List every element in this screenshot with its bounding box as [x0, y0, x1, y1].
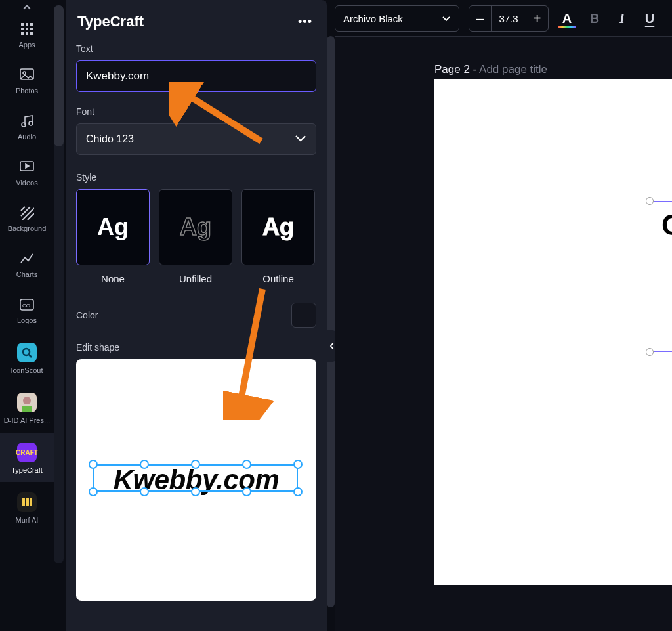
sidebar-item-did[interactable]: D-ID AI Pres...: [0, 383, 54, 432]
font-select-value: Chido 123: [86, 133, 134, 145]
grid-icon: [19, 21, 35, 37]
shape-handle[interactable]: [89, 487, 98, 496]
svg-rect-20: [22, 498, 25, 506]
style-option-outline[interactable]: Ag Outline: [242, 189, 315, 284]
typecraft-icon: CRAFT: [17, 443, 37, 462]
svg-point-16: [23, 349, 30, 355]
text-toolbar: Archivo Black – 37.3 + A B I U: [335, 0, 659, 37]
chevron-down-icon: [442, 13, 451, 24]
canvas-area: Page 2 - Add page title C: [335, 37, 672, 631]
color-swatch[interactable]: [291, 303, 316, 328]
sidebar-item-typecraft[interactable]: CRAFT TypeCraft: [0, 433, 54, 482]
rail-scroll-up[interactable]: [3, 4, 51, 11]
sidebar-item-videos[interactable]: Videos: [0, 150, 54, 194]
typecraft-panel: TypeCraft ••• Text Font Chido 123 Style …: [66, 0, 327, 631]
svg-rect-4: [26, 28, 28, 30]
svg-point-18: [23, 397, 31, 404]
style-option-unfilled[interactable]: Ag Unfilled: [159, 189, 232, 284]
shape-handle[interactable]: [89, 460, 98, 469]
canvas-text-glyph: C: [662, 209, 672, 242]
sidebar-item-label: Photos: [16, 87, 38, 95]
font-label: Font: [76, 106, 316, 117]
svg-rect-1: [26, 23, 28, 26]
svg-rect-19: [22, 406, 32, 412]
font-size-minus[interactable]: –: [469, 6, 492, 31]
logo-icon: CO.: [19, 297, 35, 313]
shape-handle[interactable]: [191, 487, 200, 496]
svg-text:CO.: CO.: [22, 303, 32, 309]
video-icon: [19, 159, 35, 175]
chart-icon: [19, 251, 35, 267]
sidebar-item-label: D-ID AI Pres...: [4, 416, 50, 424]
panel-title: TypeCraft: [77, 13, 144, 30]
toolbar-font-name: Archivo Black: [343, 13, 403, 24]
shape-preview[interactable]: Kwebby.com: [76, 359, 316, 601]
shape-handle[interactable]: [293, 460, 303, 469]
more-button[interactable]: •••: [295, 12, 315, 32]
sidebar-item-audio[interactable]: Audio: [0, 104, 54, 148]
sidebar-item-label: TypeCraft: [11, 466, 43, 474]
page-number: Page 2 -: [434, 63, 479, 76]
panel-scrollbar[interactable]: [327, 36, 335, 607]
font-size-stepper: – 37.3 +: [469, 5, 549, 32]
color-label: Color: [76, 310, 98, 320]
underline-button[interactable]: U: [640, 11, 659, 26]
text-color-button[interactable]: A: [558, 11, 576, 26]
svg-rect-0: [21, 23, 24, 26]
sidebar-item-logos[interactable]: CO. Logos: [0, 288, 54, 332]
style-label: Style: [76, 172, 316, 183]
svg-rect-5: [30, 28, 33, 30]
left-sidebar: Apps Photos Audio Videos Background Char…: [0, 0, 54, 631]
image-icon: [19, 67, 35, 83]
text-input[interactable]: [76, 60, 316, 92]
style-option-label: None: [101, 273, 125, 284]
text-label: Text: [76, 43, 316, 54]
shape-handle[interactable]: [140, 487, 149, 496]
font-size-value[interactable]: 37.3: [492, 6, 526, 31]
page-label[interactable]: Page 2 - Add page title: [434, 63, 547, 76]
svg-rect-3: [21, 28, 24, 30]
edit-shape-label: Edit shape: [76, 342, 316, 353]
shape-handle[interactable]: [191, 460, 200, 469]
toolbar-font-dropdown[interactable]: Archivo Black: [335, 5, 459, 32]
sidebar-item-apps[interactable]: Apps: [0, 12, 54, 56]
svg-rect-21: [26, 498, 29, 506]
bold-button[interactable]: B: [585, 11, 604, 26]
style-option-none[interactable]: Ag None: [76, 189, 150, 284]
svg-point-10: [23, 72, 26, 74]
selection-handle[interactable]: [646, 197, 654, 205]
italic-button[interactable]: I: [613, 11, 631, 26]
sidebar-item-label: Charts: [16, 271, 37, 278]
sidebar-item-label: Audio: [18, 133, 36, 141]
svg-rect-22: [30, 498, 32, 506]
shape-handle[interactable]: [242, 487, 251, 496]
sidebar-item-charts[interactable]: Charts: [0, 242, 54, 286]
canvas-page[interactable]: [434, 79, 672, 585]
sidebar-item-label: Videos: [16, 179, 37, 186]
sidebar-item-background[interactable]: Background: [0, 196, 54, 240]
svg-rect-8: [30, 32, 33, 35]
music-icon: [19, 113, 35, 129]
rail-scrollbar-thumb[interactable]: [54, 5, 64, 146]
sidebar-item-iconscout[interactable]: IconScout: [0, 334, 54, 382]
style-options: Ag None Ag Unfilled Ag Outline: [76, 189, 316, 284]
hatch-icon: [19, 205, 35, 221]
page-title-placeholder: Add page title: [479, 63, 547, 76]
font-select[interactable]: Chido 123: [76, 123, 316, 155]
sidebar-item-label: Background: [8, 225, 47, 232]
sidebar-item-label: Apps: [18, 41, 35, 49]
avatar-icon: [17, 393, 37, 412]
chevron-down-icon: [295, 133, 306, 145]
sidebar-item-label: Logos: [17, 316, 37, 324]
iconscout-icon: [17, 343, 37, 362]
shape-handle[interactable]: [293, 487, 303, 496]
selection-handle[interactable]: [646, 348, 654, 356]
svg-rect-7: [26, 32, 28, 35]
sidebar-item-murf[interactable]: Murf AI: [0, 483, 54, 532]
style-option-label: Unfilled: [179, 273, 212, 284]
sidebar-item-photos[interactable]: Photos: [0, 58, 54, 102]
shape-handle[interactable]: [242, 460, 251, 469]
shape-handle[interactable]: [140, 460, 149, 469]
font-size-plus[interactable]: +: [526, 6, 548, 31]
sidebar-item-label: Murf AI: [16, 516, 39, 524]
